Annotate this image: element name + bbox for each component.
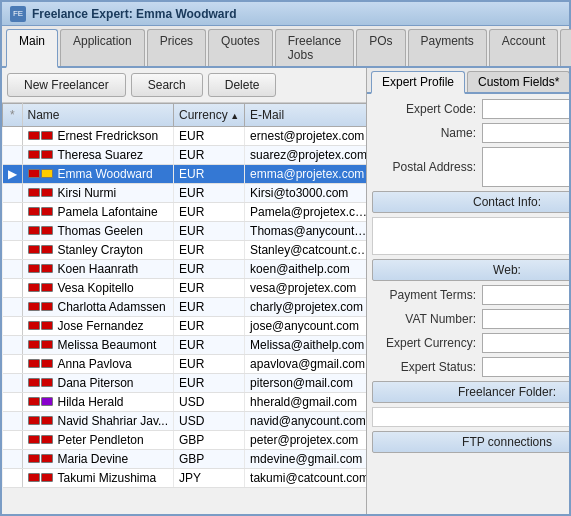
flag-icon	[28, 188, 40, 197]
flag-icon	[41, 454, 53, 463]
table-row[interactable]: Theresa SuarezEURsuarez@projetex.com	[3, 146, 367, 165]
payment-terms-row: Payment Terms:	[372, 285, 569, 305]
row-email: ernest@projetex.com	[245, 127, 366, 146]
table-row[interactable]: Koen HaanrathEURkoen@aithelp.com	[3, 260, 367, 279]
row-name: Dana Piterson	[22, 374, 174, 393]
search-button[interactable]: Search	[131, 73, 203, 97]
postal-input[interactable]	[482, 147, 569, 187]
table-row[interactable]: Hilda HeraldUSDhherald@gmail.com	[3, 393, 367, 412]
col-currency-header[interactable]: Currency	[174, 104, 245, 127]
row-email: navid@anycount.com	[245, 412, 366, 431]
tab-quotes[interactable]: Quotes	[208, 29, 273, 66]
right-content: Expert Code: Name: Postal Address: Conta…	[367, 94, 569, 514]
row-currency: USD	[174, 393, 245, 412]
row-marker	[3, 336, 23, 355]
contact-info-area[interactable]	[372, 217, 569, 255]
title-bar: FE Freelance Expert: Emma Woodward	[2, 2, 569, 26]
vat-input[interactable]	[482, 309, 569, 329]
table-row[interactable]: Vesa KopitelloEURvesa@projetex.com	[3, 279, 367, 298]
delete-button[interactable]: Delete	[208, 73, 277, 97]
contact-info-section[interactable]: Contact Info:	[372, 191, 569, 213]
flag-icon	[28, 454, 40, 463]
ftp-section[interactable]: FTP connections	[372, 431, 569, 453]
payment-terms-input[interactable]	[482, 285, 569, 305]
row-currency: EUR	[174, 184, 245, 203]
row-name: Ernest Fredrickson	[22, 127, 174, 146]
table-row[interactable]: Ernest FredricksonEURernest@projetex.com	[3, 127, 367, 146]
row-currency: EUR	[174, 203, 245, 222]
row-marker: ▶	[3, 165, 23, 184]
toolbar: New Freelancer Search Delete	[2, 68, 366, 103]
flag-icon	[28, 207, 40, 216]
postal-label: Postal Address:	[372, 160, 482, 174]
right-panel: Expert Profile Custom Fields* Expert Cod…	[367, 68, 569, 514]
table-row[interactable]: Charlotta AdamssenEURcharly@projetex.com	[3, 298, 367, 317]
web-section[interactable]: Web:	[372, 259, 569, 281]
tab-files[interactable]: Files	[560, 29, 571, 66]
flag-icon	[41, 245, 53, 254]
table-row[interactable]: Navid Shahriar Jav...USDnavid@anycount.c…	[3, 412, 367, 431]
postal-row: Postal Address:	[372, 147, 569, 187]
tab-application[interactable]: Application	[60, 29, 145, 66]
table-row[interactable]: ▶Emma WoodwardEURemma@projetex.com	[3, 165, 367, 184]
row-email: Stanley@catcount.com	[245, 241, 366, 260]
table-row[interactable]: Maria DevineGBPmdevine@gmail.com	[3, 450, 367, 469]
row-email: Kirsi@to3000.com	[245, 184, 366, 203]
table-row[interactable]: Melissa BeaumontEURMelissa@aithelp.com	[3, 336, 367, 355]
flag-icon	[41, 416, 53, 425]
flag-icon	[28, 264, 40, 273]
window-title: Freelance Expert: Emma Woodward	[32, 7, 237, 21]
freelancer-table-container[interactable]: * Name Currency E-Mail Ernest Fredrickso…	[2, 103, 366, 514]
flag-icon	[28, 473, 40, 482]
tab-main[interactable]: Main	[6, 29, 58, 68]
currency-row: Expert Currency:	[372, 333, 569, 353]
flag-icon	[41, 264, 53, 273]
row-name: Koen Haanrath	[22, 260, 174, 279]
tab-expert-profile[interactable]: Expert Profile	[371, 71, 465, 94]
expert-code-input[interactable]	[482, 99, 569, 119]
row-currency: EUR	[174, 355, 245, 374]
row-currency: JPY	[174, 469, 245, 488]
flag-icon	[41, 321, 53, 330]
table-row[interactable]: Stanley CraytonEURStanley@catcount.com	[3, 241, 367, 260]
flag-icon	[28, 340, 40, 349]
tab-payments[interactable]: Payments	[408, 29, 487, 66]
col-name-header[interactable]: Name	[22, 104, 174, 127]
col-email-header[interactable]: E-Mail	[245, 104, 366, 127]
table-row[interactable]: Dana PitersonEURpiterson@mail.com	[3, 374, 367, 393]
row-currency: EUR	[174, 260, 245, 279]
flag-icon	[41, 226, 53, 235]
row-currency: EUR	[174, 165, 245, 184]
row-marker	[3, 241, 23, 260]
row-email: hherald@gmail.com	[245, 393, 366, 412]
table-row[interactable]: Kirsi NurmiEURKirsi@to3000.com	[3, 184, 367, 203]
tab-account[interactable]: Account	[489, 29, 558, 66]
row-name: Peter Pendleton	[22, 431, 174, 450]
status-input[interactable]	[482, 357, 569, 377]
tab-pos[interactable]: POs	[356, 29, 405, 66]
content-area: New Freelancer Search Delete * Name Curr…	[2, 68, 569, 514]
tab-freelance-jobs[interactable]: Freelance Jobs	[275, 29, 354, 66]
flag-icon	[41, 435, 53, 444]
tab-prices[interactable]: Prices	[147, 29, 206, 66]
table-row[interactable]: Anna PavlovaEURapavlova@gmail.com	[3, 355, 367, 374]
row-name: Anna Pavlova	[22, 355, 174, 374]
name-input[interactable]	[482, 123, 569, 143]
table-row[interactable]: Thomas GeelenEURThomas@anycount.co	[3, 222, 367, 241]
row-marker	[3, 374, 23, 393]
table-row[interactable]: Jose FernandezEURjose@anycount.com	[3, 317, 367, 336]
new-freelancer-button[interactable]: New Freelancer	[7, 73, 126, 97]
table-row[interactable]: Peter PendletonGBPpeter@projetex.com	[3, 431, 367, 450]
row-marker	[3, 127, 23, 146]
freelancer-folder-area[interactable]	[372, 407, 569, 427]
row-marker	[3, 279, 23, 298]
row-name: Kirsi Nurmi	[22, 184, 174, 203]
col-marker[interactable]: *	[3, 104, 23, 127]
freelancer-folder-section[interactable]: Freelancer Folder:	[372, 381, 569, 403]
table-row[interactable]: Pamela LafontaineEURPamela@projetex.com	[3, 203, 367, 222]
tab-custom-fields[interactable]: Custom Fields*	[467, 71, 569, 92]
flag-icon	[28, 397, 40, 406]
currency-input[interactable]	[482, 333, 569, 353]
table-row[interactable]: Takumi MizushimaJPYtakumi@catcount.com	[3, 469, 367, 488]
main-window: FE Freelance Expert: Emma Woodward Main …	[0, 0, 571, 516]
